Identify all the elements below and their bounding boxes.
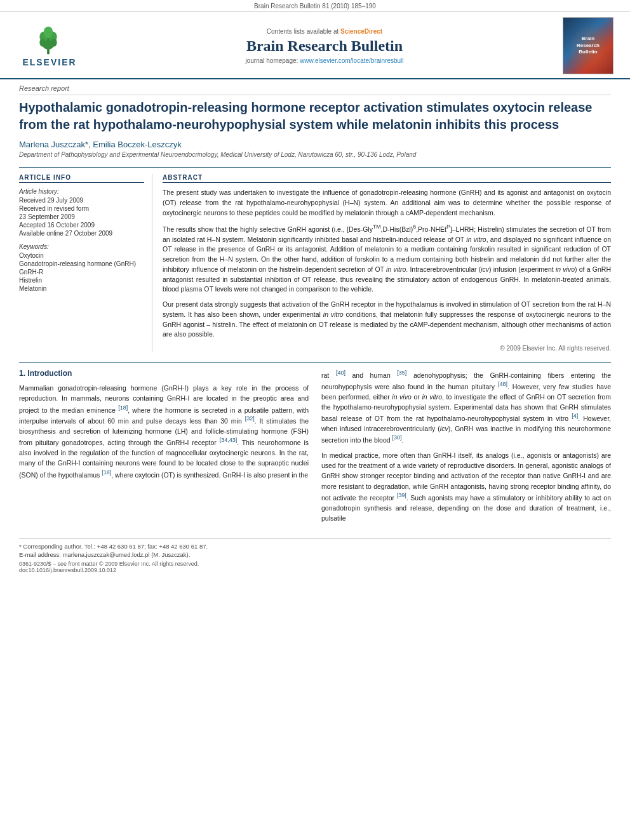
history-subhead: Article history: <box>19 188 144 195</box>
journal-homepage-url[interactable]: www.elsevier.com/locate/brainresbull <box>300 57 403 64</box>
abstract-column: ABSTRACT The present study was undertake… <box>163 174 611 352</box>
sciencedirect-link[interactable]: ScienceDirect <box>340 28 382 35</box>
journal-title: Brain Research Bulletin <box>86 37 563 55</box>
received-revised-label: Received in revised form <box>19 205 144 212</box>
journal-title-area: Contents lists available at ScienceDirec… <box>86 28 563 64</box>
abstract-para-1: The present study was undertaken to inve… <box>163 188 611 218</box>
svg-point-4 <box>44 27 53 38</box>
abstract-text: The present study was undertaken to inve… <box>163 188 611 340</box>
accepted-date: Accepted 16 October 2009 <box>19 222 144 229</box>
contents-available-text: Contents lists available at ScienceDirec… <box>86 28 563 35</box>
journal-header: ELSEVIER Contents lists available at Sci… <box>0 12 630 79</box>
body-right-col: rat [40] and human [35] adenohypophysis;… <box>321 369 611 528</box>
keyword-5: Melatonin <box>19 285 144 292</box>
footer-notes: * Corresponding author. Tel.: +48 42 630… <box>19 538 611 573</box>
body-section: 1. Introduction Mammalian gonadotropin-r… <box>19 362 611 528</box>
keywords-label: Keywords: <box>19 243 144 250</box>
svg-point-5 <box>39 39 45 47</box>
journal-cover-area: Brain Research Bulletin <box>563 17 620 74</box>
elsevier-tree-icon <box>36 24 61 56</box>
elsevier-logo: ELSEVIER <box>10 24 86 67</box>
elsevier-branding: ELSEVIER <box>10 24 86 67</box>
received-date: Received 29 July 2009 <box>19 197 144 204</box>
keyword-4: Histrelin <box>19 277 144 284</box>
intro-heading: 1. Introduction <box>19 369 309 378</box>
citation-text: Brain Research Bulletin 81 (2010) 185–19… <box>254 3 376 10</box>
email-footnote: E-mail address: marlena.juszczak@umed.lo… <box>19 551 611 558</box>
abstract-para-3: Our present data strongly suggests that … <box>163 300 611 340</box>
info-abstract-section: ARTICLE INFO Article history: Received 2… <box>19 167 611 352</box>
keyword-3: GnRH-R <box>19 269 144 276</box>
paper-title: Hypothalamic gonadotropin-releasing horm… <box>19 99 611 133</box>
journal-homepage: journal homepage: www.elsevier.com/locat… <box>86 57 563 64</box>
intro-para-2: rat [40] and human [35] adenohypophysis;… <box>321 369 611 445</box>
article-info-label: ARTICLE INFO <box>19 174 144 183</box>
abstract-para-2: The results show that the highly selecti… <box>163 223 611 295</box>
elsevier-name: ELSEVIER <box>22 57 76 67</box>
intro-body-left: Mammalian gonadotropin-releasing hormone… <box>19 383 309 479</box>
journal-citation: Brain Research Bulletin 81 (2010) 185–19… <box>0 0 630 12</box>
authors: Marlena Juszczak*, Emilia Boczek-Leszczy… <box>19 140 611 149</box>
copyright-text: © 2009 Elsevier Inc. All rights reserved… <box>163 345 611 352</box>
journal-cover-text: Brain Research Bulletin <box>577 36 600 55</box>
main-content: Research report Hypothalamic gonadotropi… <box>0 79 630 583</box>
body-left-col: 1. Introduction Mammalian gonadotropin-r… <box>19 369 309 528</box>
corresponding-footnote: * Corresponding author. Tel.: +48 42 630… <box>19 543 611 550</box>
affiliation: Department of Pathophysiology and Experi… <box>19 151 611 158</box>
report-type: Research report <box>19 84 611 95</box>
logo-image-area <box>36 24 61 56</box>
issn-line: 0361-9230/$ – see front matter © 2009 El… <box>19 561 611 573</box>
received-revised-date: 23 September 2009 <box>19 213 144 220</box>
svg-point-6 <box>51 39 57 47</box>
body-two-col: 1. Introduction Mammalian gonadotropin-r… <box>19 369 611 528</box>
abstract-label: ABSTRACT <box>163 174 611 183</box>
intro-para-1: Mammalian gonadotropin-releasing hormone… <box>19 383 309 479</box>
article-info-column: ARTICLE INFO Article history: Received 2… <box>19 174 152 352</box>
keyword-1: Oxytocin <box>19 252 144 259</box>
intro-body-right: rat [40] and human [35] adenohypophysis;… <box>321 369 611 523</box>
keyword-2: Gonadotropin-releasing hormone (GnRH) <box>19 260 144 267</box>
keywords-section: Keywords: Oxytocin Gonadotropin-releasin… <box>19 243 144 292</box>
available-online-date: Available online 27 October 2009 <box>19 230 144 237</box>
journal-cover-image: Brain Research Bulletin <box>563 17 613 74</box>
intro-para-3: In medical practice, more often than GnR… <box>321 450 611 523</box>
page: Brain Research Bulletin 81 (2010) 185–19… <box>0 0 630 840</box>
